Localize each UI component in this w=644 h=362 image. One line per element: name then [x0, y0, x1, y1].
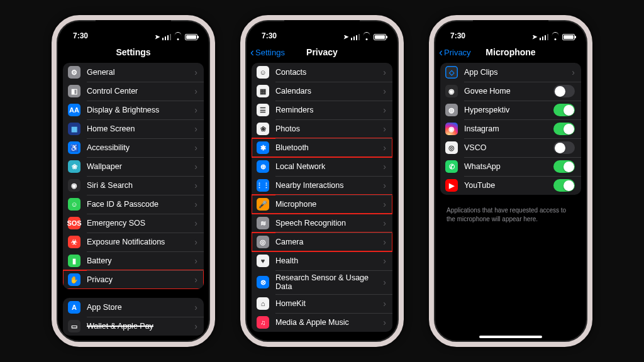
row-reminders[interactable]: ☰Reminders› [252, 101, 392, 119]
row-whatsapp[interactable]: ✆WhatsApp [440, 157, 581, 176]
row-face-id-passcode[interactable]: ☺Face ID & Passcode› [63, 195, 204, 214]
row-label: Contacts [275, 68, 377, 77]
accessibility-icon: ♿ [68, 141, 80, 154]
row-control-center[interactable]: ◧Control Center› [63, 82, 204, 101]
battery-icon [562, 34, 575, 40]
row-camera[interactable]: ◎Camera› [252, 233, 392, 251]
row-nearby-interactions[interactable]: ⋮⋮Nearby Interactions› [252, 176, 392, 195]
battery-icon: ▮ [68, 255, 80, 267]
hyperspektiv-icon: ◍ [445, 104, 458, 116]
camera-icon: ◎ [257, 236, 269, 248]
chevron-right-icon: › [383, 199, 386, 209]
row-wallpaper[interactable]: ❀Wallpaper› [63, 157, 204, 176]
settings-group-2: AApp Store›▭Wallet & Apple Pay› [63, 298, 204, 336]
chevron-left-icon: ‹ [439, 47, 443, 58]
row-govee-home[interactable]: ◉Govee Home [440, 82, 581, 101]
row-emergency-sos[interactable]: SOSEmergency SOS› [63, 214, 204, 233]
row-vsco[interactable]: ◎VSCO [440, 138, 581, 157]
whatsapp-icon: ✆ [445, 160, 458, 173]
row-research-sensor-usage-data[interactable]: ⊗Research Sensor & Usage Data› [252, 270, 392, 294]
chevron-right-icon: › [383, 317, 386, 327]
emergency-sos-icon: SOS [68, 217, 80, 229]
row-home-screen[interactable]: ▦Home Screen› [63, 119, 204, 138]
row-label: Health [275, 256, 377, 265]
row-app-clips[interactable]: ◇App Clips› [440, 63, 581, 82]
toggle-instagram[interactable] [553, 123, 575, 135]
row-hyperspektiv[interactable]: ◍Hyperspektiv [440, 101, 581, 119]
chevron-right-icon: › [572, 67, 575, 77]
phone-settings: 7:30 ➤ Settings ⚙General›◧Control Center… [52, 15, 215, 347]
row-exposure-notifications[interactable]: ☣Exposure Notifications› [63, 233, 204, 251]
toggle-vsco[interactable] [553, 141, 575, 154]
row-calendars[interactable]: ▦Calendars› [252, 82, 392, 101]
row-label: VSCO [464, 143, 547, 152]
row-local-network[interactable]: ⊕Local Network› [252, 157, 392, 176]
notch [473, 20, 548, 35]
chevron-right-icon: › [383, 124, 386, 134]
row-battery[interactable]: ▮Battery› [63, 251, 204, 270]
row-instagram[interactable]: ◉Instagram [440, 119, 581, 138]
toggle-whatsapp[interactable] [553, 160, 575, 173]
chevron-right-icon: › [383, 143, 386, 153]
chevron-right-icon: › [383, 237, 386, 247]
row-photos[interactable]: ❀Photos› [252, 119, 392, 138]
row-label: Accessibility [87, 143, 188, 152]
row-label: Govee Home [464, 87, 547, 96]
mic-apps-group: ◇App Clips›◉Govee Home◍Hyperspektiv◉Inst… [440, 63, 581, 195]
row-speech-recognition[interactable]: ≋Speech Recognition› [252, 214, 392, 233]
general-icon: ⚙ [68, 66, 80, 79]
row-label: Reminders [275, 106, 377, 114]
row-label: General [87, 68, 188, 77]
govee-home-icon: ◉ [445, 85, 458, 97]
chevron-right-icon: › [383, 105, 386, 115]
footer-note: Applications that have requested access … [440, 204, 581, 226]
row-contacts[interactable]: ☺Contacts› [252, 63, 392, 82]
row-label: App Clips [464, 68, 565, 77]
row-bluetooth[interactable]: ✱Bluetooth› [252, 138, 392, 157]
app-clips-icon: ◇ [445, 66, 458, 79]
row-label: Face ID & Passcode [87, 200, 188, 209]
research-sensor-usage-data-icon: ⊗ [257, 276, 269, 288]
row-media-apple-music[interactable]: ♫Media & Apple Music› [252, 313, 392, 332]
row-youtube[interactable]: ▶YouTube [440, 176, 581, 195]
row-wallet-apple-pay[interactable]: ▭Wallet & Apple Pay› [63, 317, 204, 336]
notch [284, 20, 360, 35]
row-accessibility[interactable]: ♿Accessibility› [63, 138, 204, 157]
chevron-right-icon: › [194, 124, 197, 134]
row-homekit[interactable]: ⌂HomeKit› [252, 294, 392, 313]
row-label: Wallpaper [87, 162, 188, 171]
speech-recognition-icon: ≋ [257, 217, 269, 229]
row-general[interactable]: ⚙General› [63, 63, 204, 82]
face-id-passcode-icon: ☺ [68, 198, 80, 211]
toggle-youtube[interactable] [553, 179, 575, 192]
toggle-govee-home[interactable] [553, 85, 575, 97]
back-button[interactable]: ‹ Settings [250, 47, 285, 58]
row-label: Instagram [464, 124, 547, 133]
row-app-store[interactable]: AApp Store› [63, 298, 204, 317]
chevron-right-icon: › [383, 218, 386, 228]
wallpaper-icon: ❀ [68, 160, 80, 173]
chevron-right-icon: › [383, 67, 386, 77]
microphone-icon: 🎤 [257, 198, 269, 211]
row-health[interactable]: ♥Health› [252, 251, 392, 270]
chevron-right-icon: › [383, 162, 386, 172]
battery-icon [185, 34, 197, 40]
chevron-right-icon: › [194, 321, 197, 331]
home-indicator[interactable] [479, 336, 542, 338]
chevron-right-icon: › [194, 237, 197, 247]
back-button[interactable]: ‹ Privacy [439, 47, 471, 58]
photos-icon: ❀ [257, 123, 269, 135]
row-privacy[interactable]: ✋Privacy› [63, 270, 204, 289]
toggle-hyperspektiv[interactable] [553, 104, 575, 116]
contacts-icon: ☺ [257, 66, 269, 79]
row-microphone[interactable]: 🎤Microphone› [252, 195, 392, 214]
chevron-right-icon: › [383, 277, 386, 287]
row-display-brightness[interactable]: AADisplay & Brightness› [63, 101, 204, 119]
siri-search-icon: ◉ [68, 179, 80, 192]
row-siri-search[interactable]: ◉Siri & Search› [63, 176, 204, 195]
privacy-icon: ✋ [68, 273, 80, 286]
chevron-right-icon: › [383, 299, 386, 309]
nav-title: Settings [116, 47, 150, 57]
phone-microphone: 7:30 ➤ ‹ Privacy Microphone ◇App Clips›◉… [429, 15, 592, 347]
row-label: Bluetooth [275, 143, 377, 152]
